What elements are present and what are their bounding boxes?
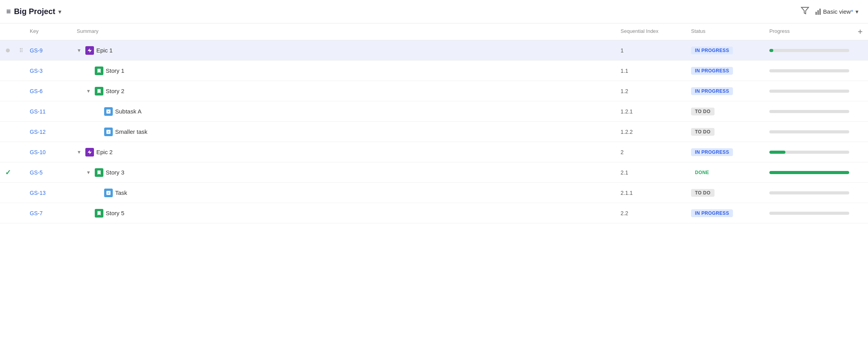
item-name[interactable]: Story 5 xyxy=(106,210,125,216)
row-drag-cell[interactable] xyxy=(16,190,27,196)
row-index: 2.1.1 xyxy=(617,187,688,199)
filter-icon[interactable] xyxy=(801,6,809,17)
table-row: GS-3 ▼ Story 1 1.1 IN PROGRESS xyxy=(0,61,868,81)
row-progress xyxy=(766,127,852,137)
table-row: GS-7 ▼ Story 5 2.2 IN PROGRESS xyxy=(0,203,868,223)
row-drag-cell[interactable]: ⠿ xyxy=(16,44,27,57)
item-name[interactable]: Epic 1 xyxy=(96,47,113,54)
status-badge: TO DO xyxy=(691,108,715,115)
item-name[interactable]: Story 1 xyxy=(106,67,125,74)
row-key[interactable]: GS-7 xyxy=(27,207,74,219)
progress-track xyxy=(769,130,849,133)
epic-icon xyxy=(85,46,94,55)
row-indicator-cell xyxy=(0,190,16,196)
table-row: GS-6 ▼ Story 2 1.2 IN PROGRESS xyxy=(0,81,868,101)
row-summary: ▼ Smaller task xyxy=(74,124,617,139)
row-index: 1.2.1 xyxy=(617,105,688,118)
item-name[interactable]: Story 2 xyxy=(106,88,125,94)
task-icon xyxy=(104,107,113,116)
row-key[interactable]: GS-12 xyxy=(27,126,74,138)
row-status: TO DO xyxy=(688,186,766,200)
status-badge: IN PROGRESS xyxy=(691,87,733,95)
progress-fill xyxy=(769,49,773,52)
row-index: 1.1 xyxy=(617,65,688,77)
row-status: IN PROGRESS xyxy=(688,84,766,98)
row-summary: ▼ Epic 2 xyxy=(74,145,617,160)
header-indicator-col xyxy=(0,27,16,37)
row-status: TO DO xyxy=(688,104,766,119)
row-index: 2 xyxy=(617,146,688,158)
row-progress xyxy=(766,188,852,198)
progress-track xyxy=(769,212,849,215)
row-status: IN PROGRESS xyxy=(688,206,766,220)
row-drag-cell[interactable] xyxy=(16,129,27,135)
header-left: ≡ Big Project ▾ xyxy=(6,7,61,16)
header-progress: Progress xyxy=(766,27,852,37)
row-summary: ▼ Epic 1 xyxy=(74,43,617,58)
title-dropdown-arrow[interactable]: ▾ xyxy=(58,9,61,15)
row-key[interactable]: GS-6 xyxy=(27,85,74,97)
item-name[interactable]: Story 3 xyxy=(106,169,125,176)
status-badge: IN PROGRESS xyxy=(691,47,733,54)
table-row: GS-12 ▼ Smaller task 1.2.2 TO DO xyxy=(0,122,868,142)
row-indicator-cell xyxy=(0,210,16,216)
progress-fill xyxy=(769,151,785,154)
row-drag-cell[interactable] xyxy=(16,88,27,94)
row-summary: ▼ Story 5 xyxy=(74,206,617,221)
table-row: GS-13 ▼ Task 2.1.1 TO DO xyxy=(0,183,868,203)
row-drag-cell[interactable] xyxy=(16,68,27,74)
row-status: IN PROGRESS xyxy=(688,64,766,78)
status-badge: DONE xyxy=(691,169,713,176)
row-key[interactable]: GS-13 xyxy=(27,187,74,199)
row-checkmark: ✓ xyxy=(5,168,11,177)
story-icon xyxy=(95,87,103,95)
row-drag-cell[interactable] xyxy=(16,169,27,176)
row-summary: ▼ Story 1 xyxy=(74,63,617,78)
table-row: GS-11 ▼ Subtask A 1.2.1 TO DO xyxy=(0,101,868,122)
row-progress xyxy=(766,209,852,218)
expand-arrow[interactable]: ▼ xyxy=(77,149,83,155)
progress-track xyxy=(769,110,849,113)
item-name[interactable]: Smaller task xyxy=(115,128,148,135)
row-drag-cell[interactable] xyxy=(16,210,27,216)
project-title[interactable]: Big Project ▾ xyxy=(14,7,61,16)
table-row: GS-10 ▼ Epic 2 2 IN PROGRESS xyxy=(0,142,868,162)
story-icon xyxy=(95,209,103,218)
row-key[interactable]: GS-11 xyxy=(27,105,74,118)
expand-arrow[interactable]: ▼ xyxy=(86,88,92,94)
row-key[interactable]: GS-3 xyxy=(27,65,74,77)
story-icon xyxy=(95,168,103,177)
row-key[interactable]: GS-5 xyxy=(27,166,74,179)
expand-arrow[interactable]: ▼ xyxy=(77,48,83,53)
row-index: 2.2 xyxy=(617,207,688,219)
row-key[interactable]: GS-9 xyxy=(27,44,74,57)
expand-arrow[interactable]: ▼ xyxy=(86,170,92,175)
list-icon: ≡ xyxy=(6,7,11,16)
row-index: 2.1 xyxy=(617,166,688,179)
main-table: Key Summary Sequential Index Status Prog… xyxy=(0,23,868,223)
progress-track xyxy=(769,69,849,72)
row-key[interactable]: GS-10 xyxy=(27,146,74,158)
row-index: 1.2.2 xyxy=(617,126,688,138)
task-icon xyxy=(104,128,113,136)
view-selector[interactable]: Basic view* ▾ xyxy=(816,8,859,15)
header-sequential-index: Sequential Index xyxy=(617,27,688,37)
item-name[interactable]: Task xyxy=(115,189,127,196)
view-dropdown-arrow[interactable]: ▾ xyxy=(855,8,859,15)
view-label: Basic view* xyxy=(823,8,853,15)
add-col-header[interactable] xyxy=(852,27,868,37)
row-summary: ▼ Story 3 xyxy=(74,165,617,180)
row-extra xyxy=(852,68,868,74)
project-name: Big Project xyxy=(14,7,56,16)
row-extra xyxy=(852,210,868,216)
row-indicator-cell xyxy=(0,129,16,135)
status-badge: IN PROGRESS xyxy=(691,209,733,217)
row-indicator-cell xyxy=(0,45,16,56)
drag-handle[interactable]: ⠿ xyxy=(19,47,23,54)
row-drag-cell[interactable] xyxy=(16,108,27,115)
row-drag-cell[interactable] xyxy=(16,149,27,155)
item-name[interactable]: Subtask A xyxy=(115,108,142,115)
epic-icon xyxy=(85,148,94,157)
progress-track xyxy=(769,49,849,52)
item-name[interactable]: Epic 2 xyxy=(96,149,113,155)
